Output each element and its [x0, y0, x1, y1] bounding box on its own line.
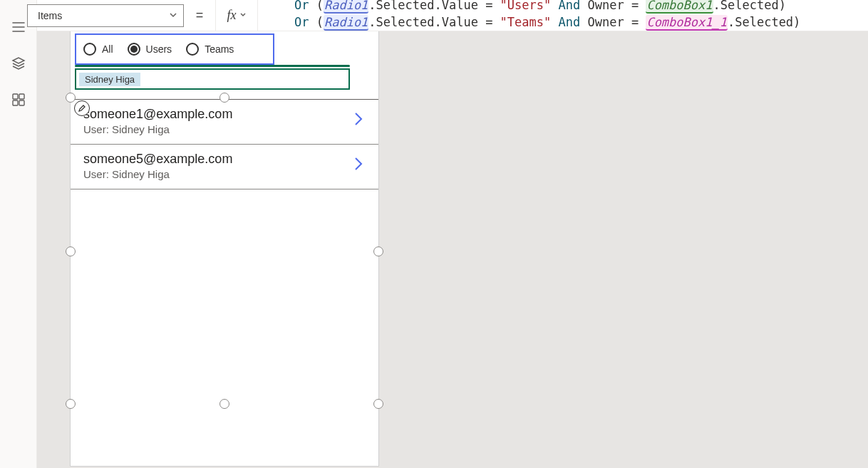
pencil-icon[interactable] [74, 100, 90, 116]
fx-icon: fx [227, 8, 237, 23]
hamburger-icon[interactable] [11, 20, 26, 36]
radio-label: Teams [205, 43, 234, 55]
chevron-down-icon [239, 11, 247, 20]
token-combobox1: ComboBox1 [646, 0, 713, 14]
resize-handle[interactable] [373, 399, 383, 409]
radio-label: All [102, 43, 113, 55]
token-radio1: Radio1 [324, 0, 368, 14]
radio-option-users[interactable]: Users [128, 43, 172, 56]
property-bar: Items = fx Filter( Accounts, Radio1.Sele… [37, 0, 868, 31]
chevron-down-icon [169, 10, 177, 21]
combobox-owner[interactable]: Sidney Higa [75, 68, 350, 90]
chevron-right-icon[interactable] [351, 109, 366, 133]
row-title: someone1@example.com [83, 107, 232, 122]
row-subtitle: User: Sidney Higa [83, 123, 232, 135]
equals-label: = [184, 8, 215, 23]
design-canvas[interactable]: All Users Teams Sidney Higa [37, 31, 868, 468]
resize-handle[interactable] [66, 246, 76, 256]
radio-label: Users [146, 43, 172, 55]
resize-handle[interactable] [66, 93, 76, 103]
left-nav-rail [0, 0, 37, 468]
chevron-right-icon[interactable] [351, 154, 366, 178]
row-subtitle: User: Sidney Higa [83, 168, 232, 180]
resize-handle[interactable] [219, 399, 229, 409]
property-selector-label: Items [38, 10, 62, 21]
resize-handle[interactable] [373, 246, 383, 256]
combobox-selected-chip: Sidney Higa [79, 73, 140, 86]
svg-rect-0 [13, 94, 18, 99]
svg-rect-1 [19, 94, 24, 99]
radio-option-all[interactable]: All [83, 43, 113, 56]
token-combobox1-1: ComboBox1_1 [646, 15, 728, 31]
row-title: someone5@example.com [83, 152, 232, 167]
tree-view-icon[interactable] [11, 56, 26, 73]
svg-rect-2 [13, 100, 18, 105]
radio-option-teams[interactable]: Teams [186, 43, 234, 56]
radio-group[interactable]: All Users Teams [75, 33, 274, 65]
gallery-control[interactable]: someone1@example.com User: Sidney Higa s… [71, 99, 378, 189]
components-icon[interactable] [11, 93, 26, 109]
token-radio1: Radio1 [324, 15, 368, 31]
gallery-row[interactable]: someone1@example.com User: Sidney Higa [71, 100, 378, 145]
gallery-row[interactable]: someone5@example.com User: Sidney Higa [71, 145, 378, 189]
svg-rect-3 [19, 100, 24, 105]
resize-handle[interactable] [66, 399, 76, 409]
property-selector[interactable]: Items [27, 4, 184, 27]
fx-button[interactable]: fx [215, 0, 258, 31]
resize-handle[interactable] [219, 93, 229, 103]
